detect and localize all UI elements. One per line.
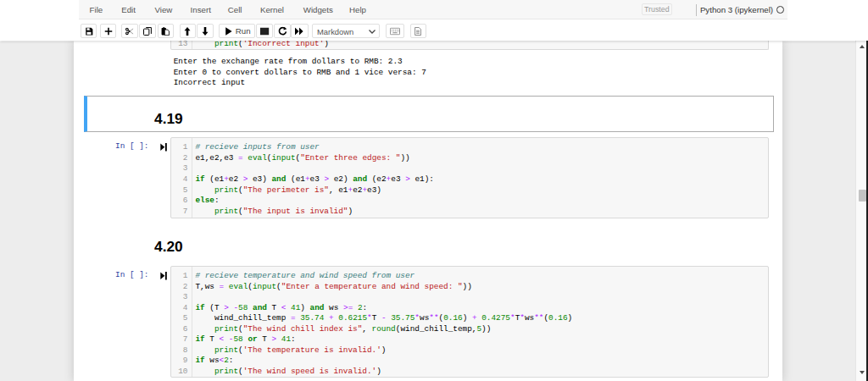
- svg-text:Run: Run: [236, 27, 251, 36]
